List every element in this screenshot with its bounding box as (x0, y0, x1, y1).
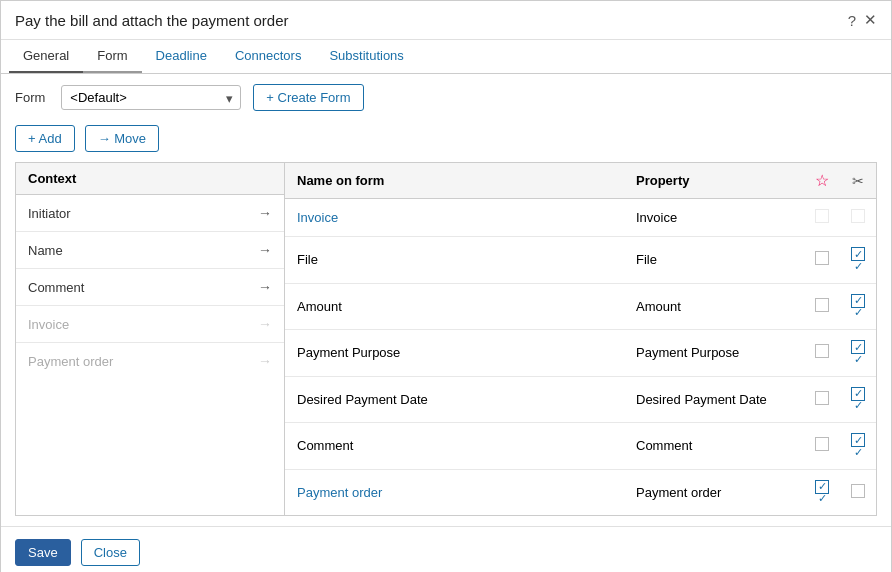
check-checkbox[interactable]: ✓ (851, 387, 865, 401)
toolbar: Form <Default> + Create Form (1, 74, 891, 121)
form-label: Form (15, 90, 45, 105)
form-row-property: Comment (624, 428, 804, 463)
dialog-header-icons: ? ✕ (848, 11, 877, 29)
check-checkbox[interactable] (851, 209, 865, 223)
tab-form[interactable]: Form (83, 40, 141, 73)
dialog: Pay the bill and attach the payment orde… (0, 0, 892, 572)
right-panel: Name on form Property ☆ ✂ Invoice Invoic… (285, 162, 877, 516)
form-row-check (840, 474, 876, 511)
context-item-comment[interactable]: Comment → (16, 269, 284, 306)
right-panel-header: Name on form Property ☆ ✂ (285, 163, 876, 199)
context-item-label: Invoice (28, 317, 69, 332)
col-header-name: Name on form (285, 165, 624, 196)
form-row-check: ✓ (840, 377, 876, 423)
col-header-scissors: ✂ (840, 165, 876, 197)
col-header-property: Property (624, 165, 804, 196)
left-panel-header: Context (16, 163, 284, 195)
star-checkbox[interactable] (815, 391, 829, 405)
add-button[interactable]: + Add (15, 125, 75, 152)
check-checkbox[interactable]: ✓ (851, 433, 865, 447)
form-row-property: Payment Purpose (624, 335, 804, 370)
col-header-star: ☆ (804, 163, 840, 198)
form-row-file: File File ✓ (285, 237, 876, 284)
form-row-property: Amount (624, 289, 804, 324)
save-button[interactable]: Save (15, 539, 71, 566)
tab-substitutions[interactable]: Substitutions (315, 40, 417, 73)
check-checkbox[interactable]: ✓ (851, 294, 865, 308)
form-row-check: ✓ (840, 330, 876, 376)
form-row-payment-order: Payment order Payment order ✓ (285, 470, 876, 516)
arrow-icon: → (258, 316, 272, 332)
context-item-name[interactable]: Name → (16, 232, 284, 269)
close-icon[interactable]: ✕ (864, 11, 877, 29)
form-row-check: ✓ (840, 237, 876, 283)
form-select[interactable]: <Default> (61, 85, 241, 110)
form-row-name[interactable]: Payment order (285, 475, 624, 510)
form-row-star (804, 334, 840, 371)
star-checkbox[interactable]: ✓ (815, 480, 829, 494)
arrow-icon: → (258, 279, 272, 295)
form-row-star (804, 427, 840, 464)
form-row-check: ✓ (840, 284, 876, 330)
tab-connectors[interactable]: Connectors (221, 40, 315, 73)
form-row-property: Invoice (624, 200, 804, 235)
context-item-invoice[interactable]: Invoice → (16, 306, 284, 343)
context-item-initiator[interactable]: Initiator → (16, 195, 284, 232)
scissors-header-icon: ✂ (852, 173, 864, 189)
form-row-name: Amount (285, 289, 624, 324)
dialog-header: Pay the bill and attach the payment orde… (1, 1, 891, 40)
arrow-icon: → (258, 353, 272, 369)
star-checkbox[interactable] (815, 251, 829, 265)
star-checkbox[interactable] (815, 437, 829, 451)
arrow-icon: → (258, 205, 272, 221)
star-header-icon: ☆ (815, 172, 829, 189)
form-row-property: File (624, 242, 804, 277)
star-checkbox[interactable] (815, 209, 829, 223)
star-checkbox[interactable] (815, 298, 829, 312)
close-button[interactable]: Close (81, 539, 140, 566)
form-row-property: Desired Payment Date (624, 382, 804, 417)
form-row-name: Comment (285, 428, 624, 463)
form-row-star (804, 288, 840, 325)
form-row-desired-payment-date: Desired Payment Date Desired Payment Dat… (285, 377, 876, 424)
left-panel: Context Initiator → Name → Comment → Inv… (15, 162, 285, 516)
context-item-label: Name (28, 243, 63, 258)
context-item-label: Initiator (28, 206, 71, 221)
form-row-star (804, 199, 840, 236)
create-form-button[interactable]: + Create Form (253, 84, 363, 111)
form-row-amount: Amount Amount ✓ (285, 284, 876, 331)
form-row-star (804, 381, 840, 418)
check-checkbox[interactable]: ✓ (851, 247, 865, 261)
context-item-label: Payment order (28, 354, 113, 369)
form-row-name: Payment Purpose (285, 335, 624, 370)
form-row-property: Payment order (624, 475, 804, 510)
form-row-star: ✓ (804, 470, 840, 516)
check-checkbox[interactable]: ✓ (851, 340, 865, 354)
form-select-wrapper: <Default> (61, 85, 241, 110)
actions-row: + Add → Move (1, 121, 891, 162)
form-row-name: File (285, 242, 624, 277)
main-content: Context Initiator → Name → Comment → Inv… (1, 162, 891, 516)
form-row-payment-purpose: Payment Purpose Payment Purpose ✓ (285, 330, 876, 377)
arrow-icon: → (258, 242, 272, 258)
form-row-comment: Comment Comment ✓ (285, 423, 876, 470)
context-item-payment-order[interactable]: Payment order → (16, 343, 284, 379)
form-row-invoice: Invoice Invoice (285, 199, 876, 237)
footer: Save Close (1, 526, 891, 572)
tab-deadline[interactable]: Deadline (142, 40, 221, 73)
tabs: General Form Deadline Connectors Substit… (1, 40, 891, 74)
star-checkbox[interactable] (815, 344, 829, 358)
move-button[interactable]: → Move (85, 125, 159, 152)
form-row-star (804, 241, 840, 278)
tab-general[interactable]: General (9, 40, 83, 73)
dialog-title: Pay the bill and attach the payment orde… (15, 12, 289, 29)
context-item-label: Comment (28, 280, 84, 295)
form-row-check (840, 199, 876, 236)
check-checkbox[interactable] (851, 484, 865, 498)
help-icon[interactable]: ? (848, 11, 856, 29)
form-row-check: ✓ (840, 423, 876, 469)
form-row-name[interactable]: Invoice (285, 200, 624, 235)
form-row-name: Desired Payment Date (285, 382, 624, 417)
